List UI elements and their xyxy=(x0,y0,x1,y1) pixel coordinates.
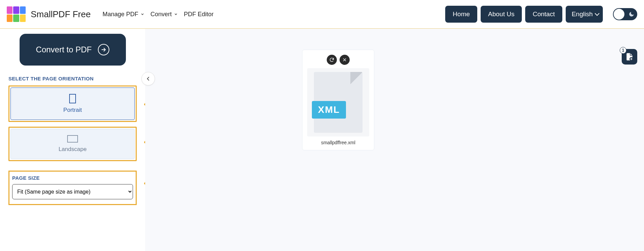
landscape-icon xyxy=(67,135,78,143)
about-us-button[interactable]: About Us xyxy=(481,6,522,23)
page-size-section-title: PAGE SIZE xyxy=(12,175,133,181)
main-nav: Manage PDF Convert PDF Editor xyxy=(103,11,214,18)
app-header: SmallPDF Free Manage PDF Convert PDF Edi… xyxy=(0,0,644,29)
logo-icon xyxy=(7,6,26,22)
page-size-select[interactable]: Fit (Same page size as image) xyxy=(12,184,133,199)
landscape-option[interactable]: Landscape xyxy=(10,129,135,159)
file-thumbnail: XML xyxy=(307,68,369,136)
options-sidebar: Convert to PDF SELECT THE PAGE ORIENTATI… xyxy=(0,29,145,251)
landscape-label: Landscape xyxy=(58,146,86,153)
brand-area[interactable]: SmallPDF Free xyxy=(7,6,91,22)
convert-label: Convert to PDF xyxy=(36,45,91,54)
chevron-left-icon xyxy=(145,76,151,81)
file-name-label: smallpdffree.xml xyxy=(321,140,355,145)
arrow-right-circle-icon xyxy=(98,44,109,55)
file-add-icon xyxy=(625,52,634,61)
main-area: Convert to PDF SELECT THE PAGE ORIENTATI… xyxy=(0,29,644,251)
file-type-badge: XML xyxy=(312,101,346,119)
nav-label: Manage PDF xyxy=(103,11,138,18)
preview-canvas: XML smallpdffree.xml 1 xyxy=(145,29,644,251)
portrait-label: Portrait xyxy=(63,107,82,114)
orientation-section-title: SELECT THE PAGE ORIENTATION xyxy=(8,76,137,81)
annotation-highlight: PAGE SIZE Fit (Same page size as image) xyxy=(8,171,137,205)
add-file-button[interactable]: 1 xyxy=(622,49,637,65)
brand-title: SmallPDF Free xyxy=(31,9,91,20)
nav-convert[interactable]: Convert xyxy=(151,11,178,18)
file-card-actions xyxy=(327,55,350,65)
nav-label: Convert xyxy=(151,11,172,18)
nav-pdf-editor[interactable]: PDF Editor xyxy=(184,11,214,18)
home-button[interactable]: Home xyxy=(445,6,477,23)
toggle-knob xyxy=(614,9,624,20)
annotation-highlight: Landscape xyxy=(8,127,137,161)
chevron-down-icon xyxy=(140,12,144,16)
portrait-option[interactable]: Portrait xyxy=(10,87,135,120)
convert-to-pdf-button[interactable]: Convert to PDF xyxy=(20,34,126,66)
nav-label: PDF Editor xyxy=(184,11,214,18)
file-count-badge: 1 xyxy=(620,47,626,54)
close-icon xyxy=(342,57,347,62)
chevron-down-icon xyxy=(174,12,178,16)
file-card[interactable]: XML smallpdffree.xml xyxy=(302,50,374,150)
moon-icon xyxy=(628,11,635,17)
remove-file-button[interactable] xyxy=(340,55,350,65)
portrait-icon xyxy=(69,94,76,103)
document-icon: XML xyxy=(314,72,363,133)
contact-button[interactable]: Contact xyxy=(525,6,562,23)
language-select[interactable]: English xyxy=(566,6,603,23)
rotate-icon xyxy=(329,57,334,62)
rotate-button[interactable] xyxy=(327,55,337,65)
nav-manage-pdf[interactable]: Manage PDF xyxy=(103,11,144,18)
annotation-highlight: Portrait xyxy=(8,85,137,122)
theme-toggle[interactable] xyxy=(613,8,637,20)
collapse-sidebar-button[interactable] xyxy=(141,72,155,85)
